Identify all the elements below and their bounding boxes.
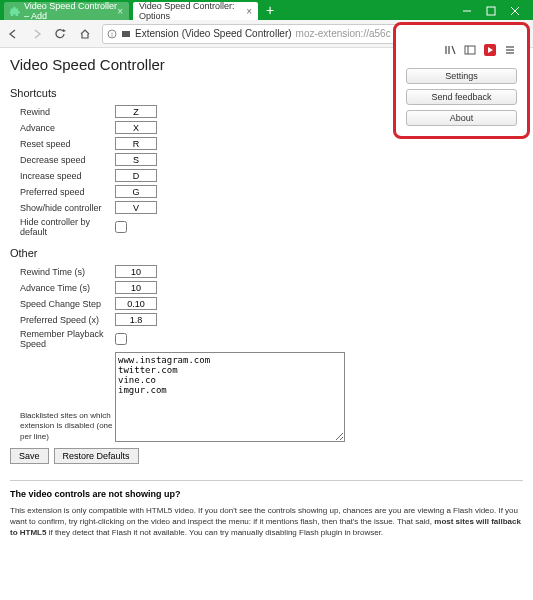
rewind-label: Rewind	[10, 107, 115, 117]
decrease-input[interactable]	[115, 153, 157, 166]
remember-checkbox[interactable]	[115, 333, 127, 345]
close-icon[interactable]: ×	[117, 6, 123, 17]
extension-button[interactable]	[483, 43, 497, 57]
forward-button[interactable]	[30, 27, 44, 41]
restore-button[interactable]: Restore Defaults	[54, 448, 139, 464]
pref-speed-input[interactable]	[115, 313, 157, 326]
window-controls	[455, 2, 533, 20]
preferred-label: Preferred speed	[10, 187, 115, 197]
advance-input[interactable]	[115, 121, 157, 134]
addon-icon	[10, 6, 20, 16]
back-button[interactable]	[6, 27, 20, 41]
rewind-time-input[interactable]	[115, 265, 157, 278]
advance-time-input[interactable]	[115, 281, 157, 294]
speed-step-input[interactable]	[115, 297, 157, 310]
settings-button[interactable]: Settings	[406, 68, 517, 84]
feedback-button[interactable]: Send feedback	[406, 89, 517, 105]
advance-label: Advance	[10, 123, 115, 133]
remember-label: Remember Playback Speed	[10, 329, 115, 349]
maximize-button[interactable]	[479, 2, 503, 20]
url-label: Extension (Video Speed Controller)	[135, 28, 292, 39]
library-icon[interactable]	[443, 43, 457, 57]
reload-button[interactable]	[54, 27, 68, 41]
advance-time-label: Advance Time (s)	[10, 283, 115, 293]
svg-text:i: i	[111, 31, 113, 38]
about-button[interactable]: About	[406, 110, 517, 126]
reset-input[interactable]	[115, 137, 157, 150]
preferred-input[interactable]	[115, 185, 157, 198]
reset-label: Reset speed	[10, 139, 115, 149]
tab-inactive-label: Video Speed Controller – Add	[24, 1, 117, 21]
svg-rect-6	[122, 31, 130, 37]
rewind-time-label: Rewind Time (s)	[10, 267, 115, 277]
help-text: This extension is only compatible with H…	[10, 505, 523, 539]
hide-default-checkbox[interactable]	[115, 221, 127, 233]
decrease-label: Decrease speed	[10, 155, 115, 165]
home-button[interactable]	[78, 27, 92, 41]
blacklist-textarea[interactable]: www.instagram.com twitter.com vine.co im…	[115, 352, 345, 442]
info-icon: i	[107, 29, 117, 39]
tab-active-label: Video Speed Controller: Options	[139, 1, 246, 21]
pref-speed-label: Preferred Speed (x)	[10, 315, 115, 325]
svg-rect-7	[465, 46, 475, 54]
speed-step-label: Speed Change Step	[10, 299, 115, 309]
minimize-button[interactable]	[455, 2, 479, 20]
save-button[interactable]: Save	[10, 448, 49, 464]
svg-rect-1	[487, 7, 495, 15]
section-other: Other	[10, 247, 523, 259]
blacklist-label: Blacklisted sites on which extension is …	[10, 411, 115, 442]
showhide-label: Show/hide controller	[10, 203, 115, 213]
close-window-button[interactable]	[503, 2, 527, 20]
new-tab-button[interactable]: +	[258, 2, 282, 18]
increase-input[interactable]	[115, 169, 157, 182]
sidebar-icon[interactable]	[463, 43, 477, 57]
increase-label: Increase speed	[10, 171, 115, 181]
help-title: The video controls are not showing up?	[10, 489, 523, 499]
rewind-input[interactable]	[115, 105, 157, 118]
showhide-input[interactable]	[115, 201, 157, 214]
url-rest: moz-extension://a56c	[296, 28, 391, 39]
extension-icon	[121, 29, 131, 39]
tab-inactive[interactable]: Video Speed Controller – Add ×	[4, 2, 129, 20]
divider	[10, 480, 523, 481]
menu-icon[interactable]	[503, 43, 517, 57]
close-icon[interactable]: ×	[246, 6, 252, 17]
tab-active[interactable]: Video Speed Controller: Options ×	[133, 2, 258, 20]
extension-popup: Settings Send feedback About	[393, 22, 530, 139]
titlebar: Video Speed Controller – Add × Video Spe…	[0, 0, 533, 20]
hide-default-label: Hide controller by default	[10, 217, 115, 237]
